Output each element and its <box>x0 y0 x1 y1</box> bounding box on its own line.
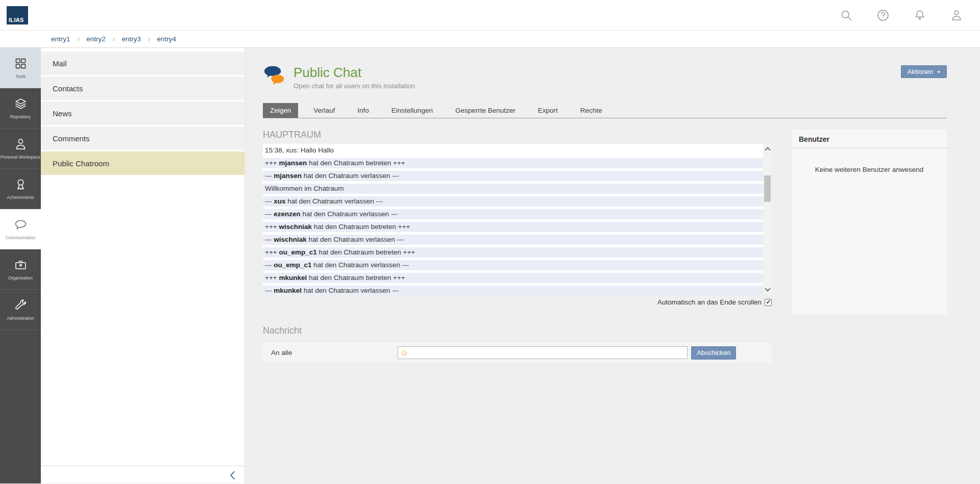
topbar-icon-button[interactable] <box>913 9 926 22</box>
chat-message-row: 15:38, xus: Hallo Hallo <box>263 145 763 156</box>
tab[interactable]: Zeigen <box>263 103 298 118</box>
briefcase-icon <box>14 258 28 272</box>
rail-item-label: Tools <box>15 74 26 79</box>
rail-item[interactable]: Organisation <box>0 249 41 290</box>
chat-bubbles-icon <box>263 65 286 87</box>
chat-message-row: --- mjansen hat den Chatraum verlassen -… <box>263 171 763 181</box>
users-panel-empty-text: Keine weiteren Benutzer anwesend <box>792 166 947 173</box>
rail-item-label: Administration <box>7 316 34 321</box>
icon-rail: Tools Repository Personal Workspace Achi… <box>0 48 41 483</box>
ilias-logo[interactable]: ILIAS <box>7 6 28 24</box>
sidebar-menu-item[interactable]: Mail <box>41 52 244 75</box>
rail-item-label: Communication <box>5 235 35 240</box>
rail-item-label: Repository <box>10 114 31 119</box>
sidebar-menu-item[interactable]: News <box>41 101 244 125</box>
tab[interactable]: Export <box>531 103 565 118</box>
chat-message-row: --- ou_emp_c1 hat den Chatraum verlassen… <box>263 260 763 270</box>
message-section-title: Nachricht <box>263 325 772 336</box>
tab[interactable]: Gesperrte Benutzer <box>448 103 523 118</box>
breadcrumb-link[interactable]: entry1 <box>51 35 86 43</box>
chat-message-row: Willkommen im Chatraum <box>263 184 763 194</box>
tab-bar: Zeigen Verlauf Info Einstellungen Gesper… <box>263 103 947 118</box>
chat-message-row: --- wischniak hat den Chatraum verlassen… <box>263 235 763 245</box>
send-button[interactable]: Abschicken <box>691 346 736 360</box>
chat-message-row: --- xus hat den Chatraum verlassen --- <box>263 196 763 207</box>
tab[interactable]: Rechte <box>573 103 609 118</box>
breadcrumb: entry1 entry2 entry3 entry4 <box>0 31 980 48</box>
users-panel: Benutzer Keine weiteren Benutzer anwesen… <box>792 130 947 314</box>
sidebar-collapse-button[interactable] <box>228 470 236 480</box>
page-header: Public Chat Open chat for all users on t… <box>263 65 947 95</box>
page-title: Public Chat <box>293 65 415 81</box>
chat-message-row: --- mkunkel hat den Chatraum verlassen -… <box>263 286 763 295</box>
message-form: An alle Abschicken <box>263 341 772 364</box>
topbar-icon-button[interactable] <box>950 9 963 22</box>
rail-item[interactable]: Repository <box>0 88 41 129</box>
chat-message-row: +++ mkunkel hat den Chatraum betreten ++… <box>263 273 763 283</box>
topbar-icon-button[interactable] <box>876 9 890 22</box>
layers-icon <box>14 97 28 111</box>
room-title: HAUPTRAUM <box>263 130 772 140</box>
title-block: Public Chat Open chat for all users on t… <box>293 65 415 90</box>
chat-message-row: --- ezenzen hat den Chatraum verlassen -… <box>263 209 763 219</box>
chat-message-row: +++ ou_emp_c1 hat den Chatraum betreten … <box>263 247 763 258</box>
topbar-icons <box>840 9 963 22</box>
users-panel-title: Benutzer <box>792 130 947 148</box>
emoji-picker-icon[interactable] <box>400 348 408 356</box>
sidebar-menu: Mail Contacts News Comments Public Chatr… <box>41 52 244 175</box>
breadcrumb-link[interactable]: entry3 <box>121 35 157 43</box>
tab[interactable]: Verlauf <box>306 103 342 118</box>
actions-dropdown-button[interactable]: Aktionen <box>901 65 947 78</box>
help-icon <box>876 9 890 22</box>
sidebar: Mail Contacts News Comments Public Chatr… <box>41 48 245 483</box>
autoscroll-row: Automatisch an das Ende scrollen <box>263 298 772 306</box>
grid-icon <box>14 57 28 70</box>
rail-item-label: Achievements <box>7 195 34 200</box>
breadcrumb-link[interactable]: entry2 <box>86 35 121 43</box>
tab[interactable]: Info <box>350 103 376 118</box>
main-content: Public Chat Open chat for all users on t… <box>245 48 980 483</box>
page-subtitle: Open chat for all users on this installa… <box>293 82 415 90</box>
autoscroll-checkbox[interactable] <box>765 299 772 306</box>
breadcrumb-link[interactable]: entry4 <box>157 35 177 43</box>
rail-item[interactable]: Tools <box>0 48 41 88</box>
tab[interactable]: Einstellungen <box>384 103 440 118</box>
rail-item[interactable]: Administration <box>0 290 41 330</box>
chat-message-area: 15:38, xus: Hallo Hallo+++ mjansen hat d… <box>263 144 772 295</box>
chat-column: HAUPTRAUM 15:38, xus: Hallo Hallo+++ mja… <box>263 130 772 364</box>
sidebar-menu-item[interactable]: Contacts <box>41 77 244 100</box>
sidebar-menu-item[interactable]: Comments <box>41 126 244 150</box>
message-input[interactable] <box>398 346 688 359</box>
scroll-up-icon[interactable] <box>765 147 770 152</box>
rail-item[interactable]: Achievements <box>0 169 41 209</box>
notifications-icon <box>913 9 926 22</box>
recipient-label: An alle <box>271 349 398 356</box>
speech-bubble-icon <box>14 218 28 232</box>
scroll-down-icon[interactable] <box>765 286 770 291</box>
topbar-icon-button[interactable] <box>840 9 853 22</box>
rail-item[interactable]: Communication <box>0 209 41 249</box>
rail-item-label: Personal Workspace <box>1 155 40 160</box>
chat-scrollbar[interactable] <box>763 144 772 295</box>
autoscroll-label: Automatisch an das Ende scrollen <box>657 298 762 306</box>
rail-item[interactable]: Personal Workspace <box>0 129 41 169</box>
chat-message-row: +++ wischniak hat den Chatraum betreten … <box>263 222 763 232</box>
message-input-wrap <box>398 346 688 359</box>
chat-message-row: +++ mjansen hat den Chatraum betreten ++… <box>263 158 763 168</box>
chevron-left-icon <box>228 470 236 480</box>
search-icon <box>840 9 853 22</box>
person-icon <box>14 137 28 151</box>
wrench-icon <box>14 298 28 312</box>
rail-item-label: Organisation <box>8 275 33 281</box>
user-icon <box>950 9 963 22</box>
chat-message-list: 15:38, xus: Hallo Hallo+++ mjansen hat d… <box>263 144 763 295</box>
medal-icon <box>14 177 28 191</box>
scrollbar-thumb[interactable] <box>764 175 771 202</box>
sidebar-footer <box>41 466 244 480</box>
sidebar-menu-item[interactable]: Public Chatroom <box>41 151 244 175</box>
logo-text: ILIAS <box>9 17 24 23</box>
topbar: ILIAS <box>0 0 980 31</box>
